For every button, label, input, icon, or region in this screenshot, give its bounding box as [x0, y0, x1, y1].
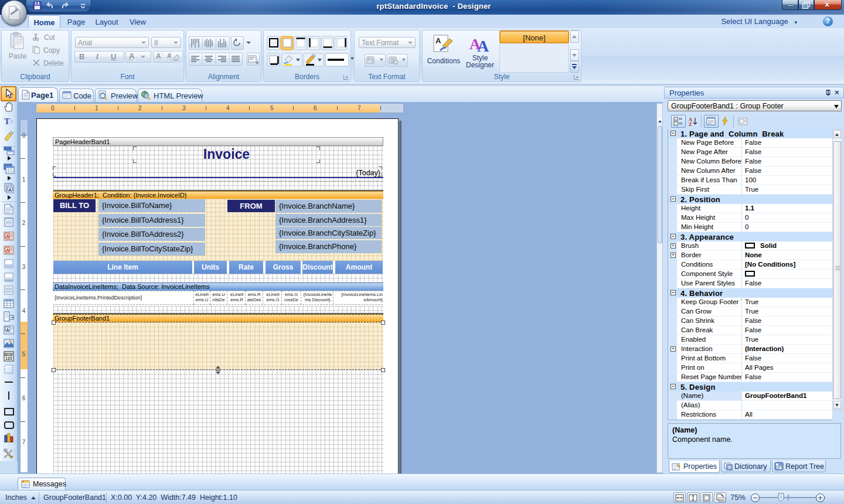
svg-text:A: A [435, 36, 441, 45]
svg-text:A: A [6, 247, 9, 253]
svg-text:123: 123 [5, 357, 12, 361]
svg-text:A: A [9, 188, 12, 192]
svg-text:Z: Z [689, 121, 692, 127]
svg-text:T: T [4, 117, 10, 126]
svg-text:100: 100 [719, 498, 724, 502]
svg-text:A: A [6, 328, 9, 332]
svg-text:+: + [675, 117, 677, 121]
svg-text:A: A [477, 37, 489, 54]
svg-text:A: A [6, 233, 9, 239]
svg-text:-: - [675, 122, 676, 125]
